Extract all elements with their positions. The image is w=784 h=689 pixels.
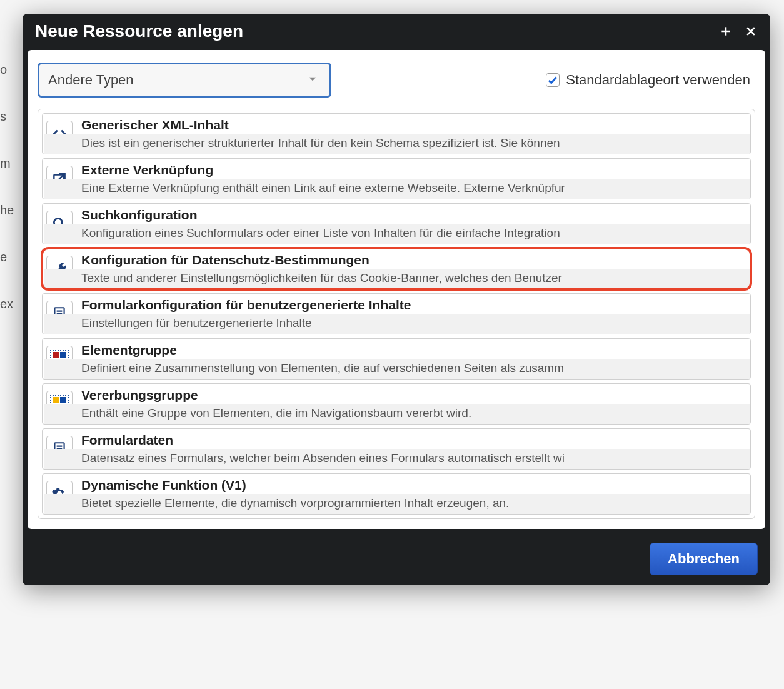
item-texts: Formularkonfiguration für benutzergeneri… <box>81 298 744 330</box>
type-select-label: Andere Typen <box>48 72 304 88</box>
list-item[interactable]: SuchkonfigurationKonfiguration eines Suc… <box>42 203 751 244</box>
item-title: Dynamische Funktion (V1) <box>81 478 744 493</box>
item-texts: SuchkonfigurationKonfiguration eines Suc… <box>81 208 744 240</box>
top-row: Andere Typen Standardablageort verwenden <box>38 60 755 100</box>
item-desc: Texte und anderer Einstellungsmöglichkei… <box>81 271 744 285</box>
new-resource-dialog: Neue Ressource anlegen Andere Typen Stan… <box>23 14 770 585</box>
item-desc: Eine Externe Verknüpfung enthält einen L… <box>81 181 744 195</box>
item-texts: Externe VerknüpfungEine Externe Verknüpf… <box>81 163 744 195</box>
list-item[interactable]: ElementgruppeDefiniert eine Zusammenstel… <box>42 338 751 380</box>
item-texts: FormulardatenDatensatz eines Formulars, … <box>81 433 744 465</box>
item-title: Formularkonfiguration für benutzergeneri… <box>81 298 744 313</box>
item-desc: Konfiguration eines Suchformulars oder e… <box>81 226 744 240</box>
dialog-body: Andere Typen Standardablageort verwenden… <box>28 50 765 529</box>
chevron-down-icon <box>304 71 321 89</box>
item-title: Externe Verknüpfung <box>81 163 744 178</box>
default-location-checkbox-wrap[interactable]: Standardablageort verwenden <box>546 72 750 88</box>
item-desc: Definiert eine Zusammenstellung von Elem… <box>81 361 744 375</box>
list-item[interactable]: Dynamische Funktion (V1)Bietet spezielle… <box>42 473 751 515</box>
item-texts: VererbungsgruppeEnthält eine Gruppe von … <box>81 388 744 420</box>
item-texts: Dynamische Funktion (V1)Bietet spezielle… <box>81 478 744 510</box>
list-item[interactable]: Konfiguration für Datenschutz-Bestimmung… <box>42 248 751 289</box>
item-desc: Datensatz eines Formulars, welcher beim … <box>81 451 744 465</box>
list-item[interactable]: Generischer XML-InhaltDies ist ein gener… <box>42 113 751 154</box>
type-select[interactable]: Andere Typen <box>38 63 331 98</box>
resource-type-list: Generischer XML-InhaltDies ist ein gener… <box>38 109 755 519</box>
item-title: Konfiguration für Datenschutz-Bestimmung… <box>81 253 744 268</box>
item-desc: Bietet spezielle Elemente, die dynamisch… <box>81 496 744 510</box>
list-item[interactable]: Externe VerknüpfungEine Externe Verknüpf… <box>42 158 751 199</box>
bg-text: m <box>0 156 11 171</box>
item-texts: ElementgruppeDefiniert eine Zusammenstel… <box>81 343 744 375</box>
item-title: Generischer XML-Inhalt <box>81 118 744 133</box>
bg-text: he <box>0 203 14 218</box>
item-title: Formulardaten <box>81 433 744 448</box>
item-title: Vererbungsgruppe <box>81 388 744 403</box>
list-item[interactable]: Formularkonfiguration für benutzergeneri… <box>42 293 751 334</box>
bg-text: ex <box>0 297 13 311</box>
bg-text: e <box>0 250 7 264</box>
default-location-checkbox[interactable] <box>546 73 560 87</box>
item-desc: Einstellungen für benutzergenerierte Inh… <box>81 316 744 330</box>
list-item[interactable]: FormulardatenDatensatz eines Formulars, … <box>42 428 751 470</box>
close-icon[interactable] <box>744 24 758 38</box>
item-desc: Enthält eine Gruppe von Elementen, die i… <box>81 406 744 420</box>
bg-text: o <box>0 63 7 77</box>
item-title: Elementgruppe <box>81 343 744 358</box>
bg-text: s <box>0 109 6 124</box>
default-location-label: Standardablageort verwenden <box>566 72 750 88</box>
cancel-button[interactable]: Abbrechen <box>650 543 758 575</box>
dialog-title: Neue Ressource anlegen <box>35 21 708 41</box>
plus-icon[interactable] <box>719 24 733 38</box>
item-desc: Dies ist ein generischer strukturierter … <box>81 136 744 150</box>
item-title: Suchkonfiguration <box>81 208 744 223</box>
list-item[interactable]: VererbungsgruppeEnthält eine Gruppe von … <box>42 383 751 425</box>
dialog-titlebar: Neue Ressource anlegen <box>23 14 770 50</box>
item-texts: Konfiguration für Datenschutz-Bestimmung… <box>81 253 744 285</box>
dialog-footer: Abbrechen <box>23 534 770 585</box>
item-texts: Generischer XML-InhaltDies ist ein gener… <box>81 118 744 150</box>
